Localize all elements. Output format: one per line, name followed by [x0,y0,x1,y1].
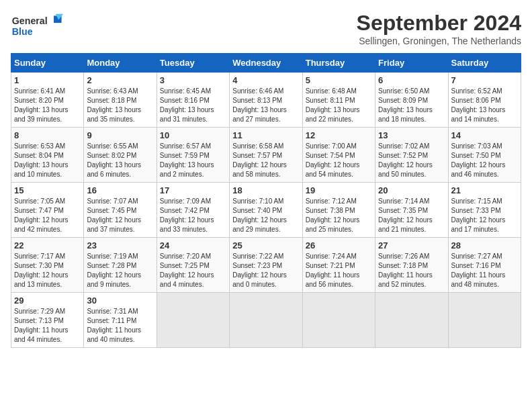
day-info: Sunrise: 7:20 AMSunset: 7:25 PMDaylight:… [160,252,226,289]
day-number: 4 [232,75,299,85]
day-number: 5 [306,75,372,85]
table-row: 15 Sunrise: 7:05 AMSunset: 7:47 PMDaylig… [11,183,84,238]
table-row: 19 Sunrise: 7:12 AMSunset: 7:38 PMDaylig… [302,183,375,238]
table-row: 25 Sunrise: 7:22 AMSunset: 7:23 PMDaylig… [230,238,302,293]
calendar-week-row: 8 Sunrise: 6:53 AMSunset: 8:04 PMDayligh… [11,128,521,183]
day-info: Sunrise: 7:29 AMSunset: 7:13 PMDaylight:… [14,307,81,345]
day-number: 9 [87,130,153,140]
day-info: Sunrise: 7:10 AMSunset: 7:40 PMDaylight:… [232,197,299,234]
table-row: 18 Sunrise: 7:10 AMSunset: 7:40 PMDaylig… [230,183,302,238]
day-info: Sunrise: 6:55 AMSunset: 8:02 PMDaylight:… [87,142,153,179]
table-row: 11 Sunrise: 6:58 AMSunset: 7:57 PMDaylig… [230,128,302,183]
day-number: 8 [14,130,81,140]
page-header: General Blue September 2024 Sellingen, G… [11,11,521,46]
logo-svg: General Blue [11,11,64,41]
calendar-header-row: Sunday Monday Tuesday Wednesday Thursday… [11,54,521,73]
table-row: 28 Sunrise: 7:27 AMSunset: 7:16 PMDaylig… [448,238,521,293]
day-number: 7 [451,75,518,85]
table-row: 8 Sunrise: 6:53 AMSunset: 8:04 PMDayligh… [11,128,84,183]
logo: General Blue [11,11,64,41]
table-row: 2 Sunrise: 6:43 AMSunset: 8:18 PMDayligh… [84,73,157,128]
col-wednesday: Wednesday [230,54,302,73]
day-number: 22 [14,240,81,250]
calendar-week-row: 22 Sunrise: 7:17 AMSunset: 7:30 PMDaylig… [11,238,521,293]
day-number: 18 [232,185,299,195]
day-number: 20 [378,185,445,195]
day-number: 27 [378,240,445,250]
table-row [302,293,375,348]
day-number: 14 [451,130,518,140]
day-number: 23 [87,240,153,250]
day-number: 10 [160,130,226,140]
day-info: Sunrise: 7:26 AMSunset: 7:18 PMDaylight:… [378,252,445,289]
day-info: Sunrise: 7:12 AMSunset: 7:38 PMDaylight:… [306,197,372,234]
day-number: 16 [87,185,153,195]
table-row: 13 Sunrise: 7:02 AMSunset: 7:52 PMDaylig… [375,128,448,183]
table-row [230,293,302,348]
day-number: 15 [14,185,81,195]
table-row [157,293,229,348]
day-info: Sunrise: 7:19 AMSunset: 7:28 PMDaylight:… [87,252,153,289]
day-number: 30 [87,295,153,306]
table-row: 1 Sunrise: 6:41 AMSunset: 8:20 PMDayligh… [11,73,84,128]
day-number: 3 [160,75,226,85]
table-row [448,293,521,348]
col-sunday: Sunday [11,54,84,73]
calendar-week-row: 29 Sunrise: 7:29 AMSunset: 7:13 PMDaylig… [11,293,521,348]
day-info: Sunrise: 7:03 AMSunset: 7:50 PMDaylight:… [451,142,518,179]
table-row: 26 Sunrise: 7:24 AMSunset: 7:21 PMDaylig… [302,238,375,293]
title-block: September 2024 Sellingen, Groningen, The… [357,11,521,46]
day-info: Sunrise: 6:50 AMSunset: 8:09 PMDaylight:… [378,87,445,124]
day-number: 13 [378,130,445,140]
col-thursday: Thursday [302,54,375,73]
table-row: 10 Sunrise: 6:57 AMSunset: 7:59 PMDaylig… [157,128,229,183]
day-info: Sunrise: 6:53 AMSunset: 8:04 PMDaylight:… [14,142,81,179]
day-info: Sunrise: 7:14 AMSunset: 7:35 PMDaylight:… [378,197,445,234]
col-tuesday: Tuesday [157,54,229,73]
table-row: 29 Sunrise: 7:29 AMSunset: 7:13 PMDaylig… [11,293,84,348]
day-info: Sunrise: 6:52 AMSunset: 8:06 PMDaylight:… [451,87,518,124]
table-row: 27 Sunrise: 7:26 AMSunset: 7:18 PMDaylig… [375,238,448,293]
day-info: Sunrise: 6:46 AMSunset: 8:13 PMDaylight:… [232,87,299,124]
table-row: 14 Sunrise: 7:03 AMSunset: 7:50 PMDaylig… [448,128,521,183]
day-info: Sunrise: 6:48 AMSunset: 8:11 PMDaylight:… [306,87,372,124]
day-number: 12 [306,130,372,140]
col-friday: Friday [375,54,448,73]
page-title: September 2024 [357,11,521,36]
table-row: 17 Sunrise: 7:09 AMSunset: 7:42 PMDaylig… [157,183,229,238]
day-info: Sunrise: 7:27 AMSunset: 7:16 PMDaylight:… [451,252,518,289]
day-number: 28 [451,240,518,250]
table-row: 23 Sunrise: 7:19 AMSunset: 7:28 PMDaylig… [84,238,157,293]
day-info: Sunrise: 7:17 AMSunset: 7:30 PMDaylight:… [14,252,81,289]
day-info: Sunrise: 6:45 AMSunset: 8:16 PMDaylight:… [160,87,226,124]
day-number: 24 [160,240,226,250]
day-info: Sunrise: 7:31 AMSunset: 7:11 PMDaylight:… [87,307,153,345]
table-row: 4 Sunrise: 6:46 AMSunset: 8:13 PMDayligh… [230,73,302,128]
day-info: Sunrise: 7:22 AMSunset: 7:23 PMDaylight:… [232,252,299,289]
day-info: Sunrise: 7:07 AMSunset: 7:45 PMDaylight:… [87,197,153,234]
day-info: Sunrise: 6:41 AMSunset: 8:20 PMDaylight:… [14,87,81,124]
svg-text:General: General [12,15,48,26]
calendar-table: Sunday Monday Tuesday Wednesday Thursday… [11,53,521,348]
day-number: 29 [14,295,81,306]
table-row: 7 Sunrise: 6:52 AMSunset: 8:06 PMDayligh… [448,73,521,128]
table-row: 21 Sunrise: 7:15 AMSunset: 7:33 PMDaylig… [448,183,521,238]
day-info: Sunrise: 7:02 AMSunset: 7:52 PMDaylight:… [378,142,445,179]
calendar-week-row: 15 Sunrise: 7:05 AMSunset: 7:47 PMDaylig… [11,183,521,238]
page-subtitle: Sellingen, Groningen, The Netherlands [357,36,521,46]
table-row: 9 Sunrise: 6:55 AMSunset: 8:02 PMDayligh… [84,128,157,183]
day-number: 17 [160,185,226,195]
day-info: Sunrise: 6:58 AMSunset: 7:57 PMDaylight:… [232,142,299,179]
table-row: 3 Sunrise: 6:45 AMSunset: 8:16 PMDayligh… [157,73,229,128]
day-number: 19 [306,185,372,195]
table-row: 12 Sunrise: 7:00 AMSunset: 7:54 PMDaylig… [302,128,375,183]
day-info: Sunrise: 6:57 AMSunset: 7:59 PMDaylight:… [160,142,226,179]
day-info: Sunrise: 7:09 AMSunset: 7:42 PMDaylight:… [160,197,226,234]
day-number: 2 [87,75,153,85]
day-number: 1 [14,75,81,85]
table-row: 24 Sunrise: 7:20 AMSunset: 7:25 PMDaylig… [157,238,229,293]
day-number: 26 [306,240,372,250]
day-number: 21 [451,185,518,195]
col-saturday: Saturday [448,54,521,73]
day-info: Sunrise: 7:00 AMSunset: 7:54 PMDaylight:… [306,142,372,179]
